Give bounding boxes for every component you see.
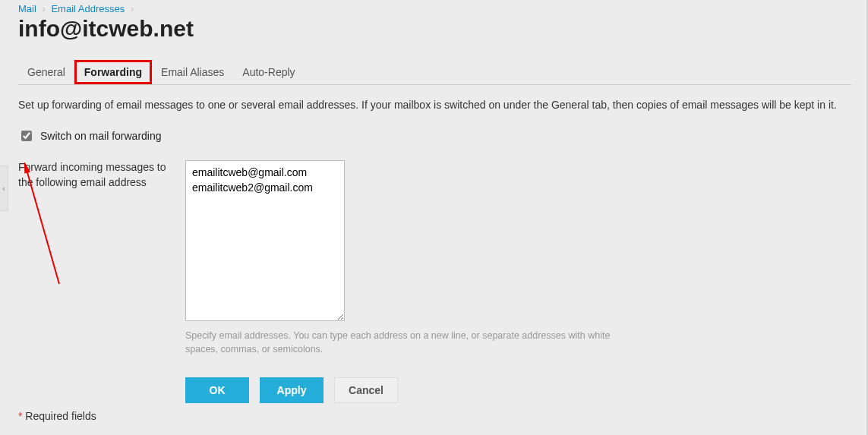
required-fields-note: * Required fields xyxy=(18,410,96,422)
tab-email-aliases[interactable]: Email Aliases xyxy=(152,60,233,84)
switch-forwarding-checkbox[interactable] xyxy=(21,131,32,141)
action-buttons: OK Apply Cancel xyxy=(185,377,851,403)
breadcrumb-mail[interactable]: Mail xyxy=(18,3,36,14)
page-title: info@itcweb.net xyxy=(18,16,851,42)
forward-addresses-textarea[interactable] xyxy=(185,160,345,321)
asterisk-icon: * xyxy=(18,410,22,422)
chevron-left-icon: ‹ xyxy=(2,184,5,193)
forward-addresses-label: Forward incoming messages to the followi… xyxy=(18,160,185,356)
breadcrumb-email-addresses[interactable]: Email Addresses xyxy=(51,3,125,14)
breadcrumb: Mail › Email Addresses › xyxy=(18,3,851,14)
description-text: Set up forwarding of email messages to o… xyxy=(18,97,851,113)
apply-button[interactable]: Apply xyxy=(260,377,324,403)
ok-button[interactable]: OK xyxy=(185,377,249,403)
chevron-right-icon: › xyxy=(42,3,45,14)
main-panel: ‹ Mail › Email Addresses › info@itcweb.n… xyxy=(0,0,868,435)
switch-forwarding-label: Switch on mail forwarding xyxy=(40,130,162,142)
forward-addresses-helper: Specify email addresses. You can type ea… xyxy=(185,329,618,356)
tabs: General Forwarding Email Aliases Auto-Re… xyxy=(18,60,851,85)
chevron-right-icon: › xyxy=(131,3,134,14)
tab-forwarding[interactable]: Forwarding xyxy=(74,60,152,84)
tab-general[interactable]: General xyxy=(18,60,74,84)
collapse-sidebar-button[interactable]: ‹ xyxy=(0,165,8,211)
cancel-button[interactable]: Cancel xyxy=(334,377,398,403)
tab-auto-reply[interactable]: Auto-Reply xyxy=(233,60,304,84)
